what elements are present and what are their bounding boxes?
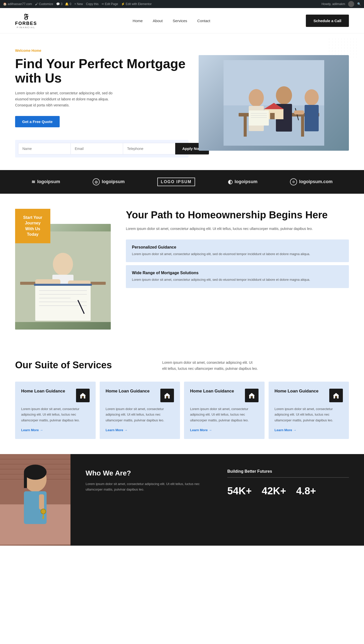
admin-new[interactable]: + New xyxy=(74,2,83,6)
journey-content: Your Path to Homeownership Begins Here L… xyxy=(126,209,349,291)
service-card-2-desc: Lorem ipsum dolor sit amet, consectetur … xyxy=(106,406,174,423)
service-card-3-header: Home Loan Guidance $ xyxy=(190,389,259,402)
logo-bar-item-4: ◐ logoipsum xyxy=(228,179,258,185)
admin-comments[interactable]: 💬 3 🔔 0 xyxy=(56,2,71,6)
logo5-text: logoipsum.com xyxy=(299,179,333,184)
telephone-input[interactable] xyxy=(123,143,175,154)
logo[interactable]: 𝔉 FORBES FINANCIAL xyxy=(15,13,37,29)
svg-point-9 xyxy=(276,86,292,104)
logo-icon: 𝔉 xyxy=(24,13,28,21)
service-icon-3: $ xyxy=(245,389,259,402)
nav-services[interactable]: Services xyxy=(173,19,187,23)
bottom-image xyxy=(0,454,70,546)
service-card-1: Home Loan Guidance $ Lorem ipsum dolor s… xyxy=(15,382,96,439)
service-card-4-desc: Lorem ipsum dolor sit amet, consectetur … xyxy=(275,406,343,423)
svg-text:$: $ xyxy=(336,396,337,398)
svg-point-24 xyxy=(53,253,73,275)
journey-card-2-desc: Lorem ipsum dolor sit amet, consectetur … xyxy=(132,277,343,283)
stat-2: 42K+ xyxy=(262,485,286,497)
hero-description: Lorem ipsum dolor sit amet, consectetur … xyxy=(15,90,116,108)
service-card-4-title: Home Loan Guidance xyxy=(275,389,330,394)
logo1-symbol: ≋ xyxy=(31,179,35,185)
admin-search-icon[interactable]: 🔍 xyxy=(357,2,361,6)
service-card-2-title: Home Loan Guidance xyxy=(106,389,161,394)
svg-rect-21 xyxy=(294,110,304,114)
services-grid: Home Loan Guidance $ Lorem ipsum dolor s… xyxy=(15,382,349,439)
hero-section: Welcome Home Find Your Perfect Mortgage … xyxy=(0,33,364,157)
service-card-1-header: Home Loan Guidance $ xyxy=(21,389,90,402)
admin-copy[interactable]: Copy this xyxy=(86,2,98,6)
svg-rect-57 xyxy=(24,473,27,488)
home-loan-icon-3: $ xyxy=(248,392,255,399)
name-input[interactable] xyxy=(18,143,71,154)
nav-about[interactable]: About xyxy=(153,19,163,23)
logo3-text: LOGO IPSUM xyxy=(161,180,192,184)
service-card-1-desc: Lorem ipsum dolor sit amet, consectetur … xyxy=(21,406,90,423)
service-card-4-header: Home Loan Guidance $ xyxy=(275,389,343,402)
email-input[interactable] xyxy=(71,143,123,154)
hero-illustration xyxy=(224,60,324,146)
journey-card-1: Personalized Guidance Lorem ipsum dolor … xyxy=(126,239,349,262)
svg-text:$: $ xyxy=(167,396,168,398)
stat-3-number: 4.8+ xyxy=(296,485,316,497)
service-icon-1: $ xyxy=(76,389,90,402)
schedule-call-button[interactable]: Schedule a Call xyxy=(306,15,349,27)
journey-illustration xyxy=(15,231,111,322)
who-we-are: Who We Are? Lorem ipsum dolor sit amet, … xyxy=(86,469,207,536)
journey-description: Lorem ipsum dolor sit amet, consectetur … xyxy=(126,226,349,232)
service-card-3: Home Loan Guidance $ Lorem ipsum dolor s… xyxy=(184,382,265,439)
stat-1: 54K+ xyxy=(227,485,252,497)
service-card-2-header: Home Loan Guidance $ xyxy=(106,389,174,402)
journey-title: Your Path to Homeownership Begins Here xyxy=(126,209,349,221)
admin-site-link[interactable]: 🏠 adilhassan77.com xyxy=(3,2,32,6)
admin-bar: 🏠 adilhassan77.com 🖌 Customize 💬 3 🔔 0 +… xyxy=(0,0,364,8)
journey-badge: Start Your Journey With Us Today xyxy=(15,209,50,244)
service-card-2-link[interactable]: Learn More → xyxy=(106,428,174,432)
svg-text:$: $ xyxy=(251,396,252,398)
hero-title: Find Your Perfect Mortgage with Us xyxy=(15,57,189,85)
services-title: Our Suite of Services xyxy=(15,360,112,371)
nav-contact[interactable]: Contact xyxy=(197,19,210,23)
service-card-3-link[interactable]: Learn More → xyxy=(190,428,259,432)
admin-customize[interactable]: 🖌 Customize xyxy=(35,2,53,6)
hero-form: Apply Now xyxy=(15,140,189,157)
home-loan-icon-1: $ xyxy=(79,392,86,399)
admin-bar-left: 🏠 adilhassan77.com 🖌 Customize 💬 3 🔔 0 +… xyxy=(3,2,152,6)
logo-sub: FINANCIAL xyxy=(17,26,35,29)
logo5-symbol: ⊙ xyxy=(290,178,297,185)
bottom-section: Who We Are? Lorem ipsum dolor sit amet, … xyxy=(0,454,364,546)
service-card-2: Home Loan Guidance $ Lorem ipsum dolor s… xyxy=(100,382,180,439)
svg-text:$: $ xyxy=(82,396,83,398)
building-divider xyxy=(227,477,349,478)
svg-point-7 xyxy=(249,89,264,107)
logo-bar-item-2: ◎ logoipsum xyxy=(93,178,125,185)
journey-card-1-desc: Lorem ipsum dolor sit amet, consectetur … xyxy=(132,252,343,257)
service-card-3-title: Home Loan Guidance xyxy=(190,389,245,394)
svg-point-11 xyxy=(305,89,319,105)
building-title: Building Better Futures xyxy=(227,469,349,474)
hero-tag: Welcome Home xyxy=(15,49,189,53)
service-card-1-link[interactable]: Learn More → xyxy=(21,428,90,432)
navbar: 𝔉 FORBES FINANCIAL Home About Services C… xyxy=(0,8,364,33)
svg-point-56 xyxy=(24,465,47,480)
admin-avatar xyxy=(348,1,354,7)
svg-rect-12 xyxy=(305,105,319,131)
admin-bar-right: Howdy, adilmakm 🔍 xyxy=(321,1,361,7)
logo-bar: ≋ logoipsum ◎ logoipsum LOGO IPSUM ◐ log… xyxy=(0,170,364,194)
logo1-text: logoipsum xyxy=(37,179,60,184)
hero-content: Welcome Home Find Your Perfect Mortgage … xyxy=(15,49,199,157)
svg-rect-64 xyxy=(42,518,44,519)
service-card-4-link[interactable]: Learn More → xyxy=(275,428,343,432)
logo-bar-item-3: LOGO IPSUM xyxy=(157,178,195,186)
nav-home[interactable]: Home xyxy=(133,19,143,23)
admin-edit-page[interactable]: ✏ Edit Page xyxy=(102,2,118,6)
svg-point-61 xyxy=(41,509,46,514)
hero-image xyxy=(199,55,349,151)
free-quote-button[interactable]: Get a Free Quote xyxy=(15,116,60,127)
who-title: Who We Are? xyxy=(86,469,207,477)
admin-elementor[interactable]: ⚡ Edit with Elementor xyxy=(121,2,152,6)
services-header: Our Suite of Services Lorem ipsum dolor … xyxy=(15,360,349,372)
logo4-symbol: ◐ xyxy=(228,179,233,185)
svg-rect-35 xyxy=(34,284,92,286)
admin-user[interactable]: Howdy, adilmakm xyxy=(321,2,345,6)
